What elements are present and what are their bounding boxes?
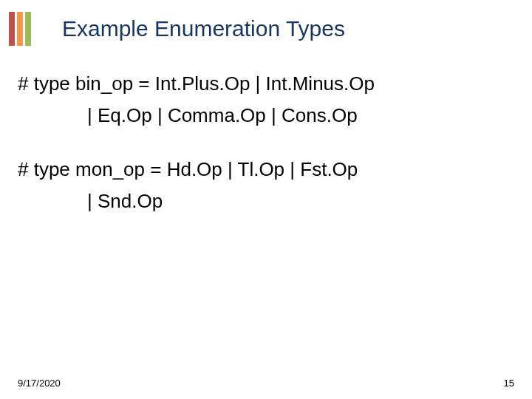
typedef-binop-line2: | Eq.Op | Comma.Op | Cons.Op xyxy=(18,103,514,129)
slide-body: # type bin_op = Int.Plus.Op | Int.Minus.… xyxy=(18,71,514,220)
spacer xyxy=(18,134,514,157)
title-row: Example Enumeration Types xyxy=(0,12,532,46)
accent-bars-icon xyxy=(9,12,38,46)
typedef-binop-line1: # type bin_op = Int.Plus.Op | Int.Minus.… xyxy=(18,71,514,97)
bar-orange-icon xyxy=(17,12,23,46)
slide-title: Example Enumeration Types xyxy=(62,16,345,41)
typedef-monop-line1: # type mon_op = Hd.Op | Tl.Op | Fst.Op xyxy=(18,157,514,183)
slide: Example Enumeration Types # type bin_op … xyxy=(0,0,532,399)
footer-date: 9/17/2020 xyxy=(18,378,61,389)
bar-red-icon xyxy=(9,12,15,46)
footer-page-number: 15 xyxy=(504,378,514,389)
typedef-monop-line2: | Snd.Op xyxy=(18,188,514,214)
bar-green-icon xyxy=(25,12,31,46)
